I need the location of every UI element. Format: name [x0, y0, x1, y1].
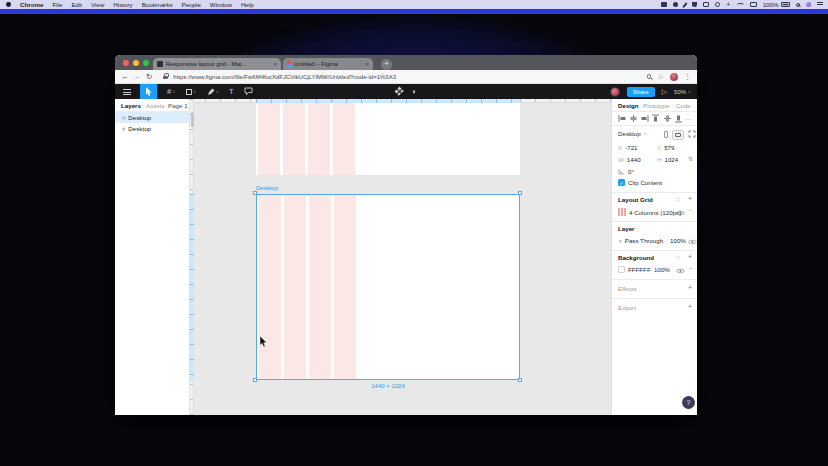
apple-icon[interactable] [6, 2, 11, 8]
background-visibility-eye-icon[interactable] [676, 268, 685, 274]
frame-desktop-selected[interactable] [256, 194, 520, 380]
tab-close-icon[interactable]: × [365, 61, 369, 67]
screen-mirroring-icon[interactable] [661, 2, 667, 7]
frame-tool-caret[interactable]: ˅ [172, 89, 175, 95]
background-opacity-field[interactable]: 100% [654, 266, 670, 273]
menu-view[interactable]: View [91, 1, 104, 8]
menu-edit[interactable]: Edit [71, 1, 82, 8]
frame-tool[interactable]: # [167, 87, 171, 96]
selection-handle-bottom-left[interactable] [253, 378, 257, 382]
frame-desktop-top[interactable] [256, 103, 520, 175]
orientation-portrait-button[interactable] [664, 131, 668, 138]
menu-file[interactable]: File [52, 1, 62, 8]
battery-status[interactable]: 100% [763, 1, 790, 8]
grid-visibility-eye-icon[interactable] [676, 210, 685, 216]
menu-help[interactable]: Help [241, 1, 254, 8]
airplay-icon[interactable] [750, 2, 757, 7]
menu-window[interactable]: Window [210, 1, 232, 8]
siri-icon[interactable] [806, 2, 812, 8]
back-button[interactable]: ← [121, 70, 129, 84]
add-background-button[interactable]: + [688, 253, 692, 260]
layer-row-desktop-1[interactable]: # Desktop [115, 112, 189, 123]
display-icon[interactable] [703, 2, 710, 7]
width-field[interactable]: W 1440 [618, 156, 641, 163]
pen-tool-caret[interactable]: ˅ [216, 89, 219, 95]
align-bottom-icon[interactable] [674, 114, 683, 123]
menu-bookmarks[interactable]: Bookmarks [142, 1, 173, 8]
mask-icon[interactable]: ◐ [412, 84, 417, 99]
add-layout-grid-button[interactable]: + [688, 195, 692, 202]
blend-mode-dropdown[interactable]: ◑ Pass Through [618, 237, 663, 244]
tab-design[interactable]: Design [618, 102, 639, 109]
remove-background-button[interactable]: − [689, 265, 693, 272]
add-effect-button[interactable]: + [688, 284, 692, 291]
constrain-proportions-icon[interactable]: ⇅ [688, 155, 693, 162]
tab-prototype[interactable]: Prototype [643, 102, 669, 109]
layer-row-desktop-2[interactable]: # Desktop [115, 123, 189, 134]
tab-assets[interactable]: Assets [146, 102, 165, 109]
orientation-landscape-button[interactable] [672, 130, 684, 140]
x-field[interactable]: X -721 [618, 144, 638, 151]
color-swatch[interactable] [618, 266, 625, 273]
clip-content-checkbox[interactable]: ✓ Clip Content [618, 179, 662, 186]
plus-icon[interactable]: + [726, 2, 731, 7]
figma-user-avatar[interactable] [610, 87, 620, 97]
layer-opacity-field[interactable]: 100% [670, 237, 686, 244]
menu-chrome[interactable]: Chrome [20, 1, 43, 8]
frame-name-label[interactable]: Desktop [256, 185, 278, 191]
https-lock-icon[interactable] [163, 76, 168, 80]
align-vertical-center-icon[interactable] [663, 114, 672, 123]
browser-profile-avatar[interactable] [670, 73, 678, 81]
tab-untitled-figma[interactable]: Untitled – Figma × [283, 58, 373, 70]
page-selector[interactable]: Page 1 [168, 102, 188, 109]
tab-layers[interactable]: Layers [121, 102, 141, 109]
align-horizontal-center-icon[interactable] [629, 114, 638, 123]
selection-handle-bottom-right[interactable] [518, 378, 522, 382]
zoom-level-dropdown[interactable]: 50% ˅ [674, 89, 691, 95]
layout-grid-row[interactable]: 4 Columns (120px) [618, 208, 681, 216]
vpn-icon[interactable] [692, 2, 697, 7]
pen-tablet-icon[interactable] [682, 2, 687, 8]
align-left-icon[interactable] [618, 114, 627, 123]
time-machine-icon[interactable] [715, 2, 720, 7]
zoom-window-button[interactable] [143, 60, 149, 66]
spotlight-icon[interactable] [796, 3, 800, 7]
present-button[interactable]: ▷ [662, 88, 667, 96]
shape-tool[interactable] [186, 89, 192, 95]
pen-tool[interactable] [207, 88, 215, 96]
resize-to-fit-icon[interactable] [688, 130, 696, 138]
minimize-window-button[interactable] [133, 60, 139, 66]
remove-grid-button[interactable]: − [689, 207, 693, 214]
forward-button[interactable]: → [134, 70, 142, 84]
frame-preset-dropdown[interactable]: Desktop ˅ [618, 130, 647, 137]
tab-responsive-layout-grid[interactable]: Responsive layout grid - Mat... × [153, 58, 281, 70]
background-styles-icon[interactable]: ∷ [676, 254, 681, 261]
component-icon[interactable] [395, 87, 405, 97]
grid-styles-icon[interactable]: ∷ [676, 196, 681, 203]
distribute-more-icon[interactable]: ⋯ [685, 115, 691, 122]
align-top-icon[interactable] [651, 114, 660, 123]
rotation-field[interactable]: 0° [618, 168, 634, 175]
selection-handle-top-left[interactable] [253, 191, 257, 195]
share-button[interactable]: Share [627, 87, 655, 97]
tab-code[interactable]: Code [676, 102, 691, 109]
address-field[interactable]: https://www.figma.com/file/Fw6M4fucXdFJC… [173, 74, 641, 80]
canvas[interactable]: Desktop 1440 × 1024 [190, 99, 611, 415]
layer-visibility-eye-icon[interactable] [688, 239, 697, 245]
height-field[interactable]: H 1024 [657, 156, 678, 163]
menu-history[interactable]: History [113, 1, 132, 8]
tab-close-icon[interactable]: × [273, 61, 277, 67]
new-tab-button[interactable]: + [381, 59, 392, 70]
align-right-icon[interactable] [640, 114, 649, 123]
move-tool-active[interactable] [140, 84, 157, 99]
comment-tool[interactable] [244, 87, 253, 96]
text-tool[interactable]: T [229, 87, 234, 96]
background-color-row[interactable]: FFFFFF [618, 266, 651, 273]
wifi-icon[interactable] [737, 3, 744, 7]
y-field[interactable]: Y 579 [657, 144, 674, 151]
figma-menu-icon[interactable] [123, 89, 131, 95]
selection-handle-top-right[interactable] [518, 191, 522, 195]
help-button[interactable]: ? [682, 396, 695, 409]
shape-tool-caret[interactable]: ˅ [193, 89, 196, 95]
menu-people[interactable]: People [182, 1, 201, 8]
